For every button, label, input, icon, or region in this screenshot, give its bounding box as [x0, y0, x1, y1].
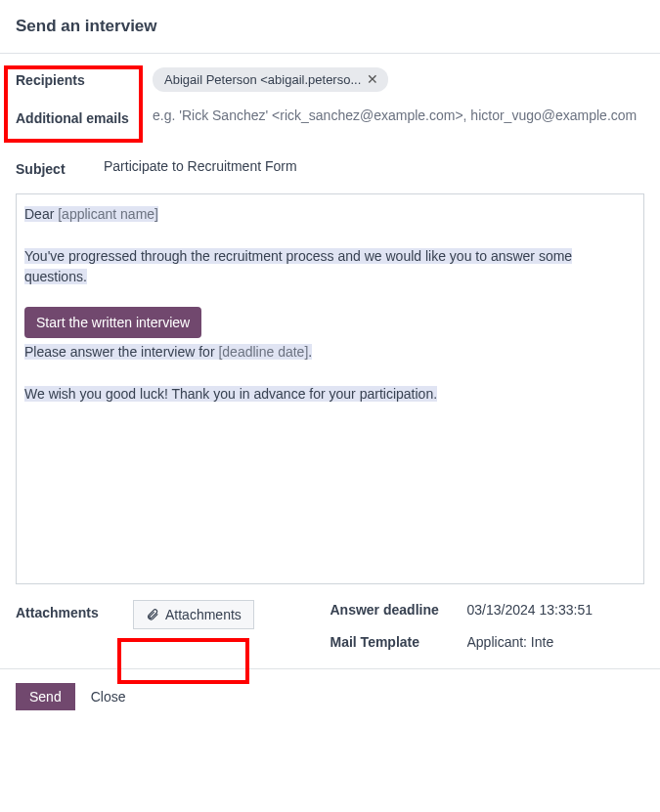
email-body-editor[interactable]: Dear [applicant name] You've progressed …	[16, 193, 644, 584]
mail-template-input[interactable]	[467, 634, 555, 650]
attachments-label: Attachments	[16, 600, 133, 653]
body-line4-variable: [deadline date]	[218, 344, 308, 360]
recipients-label: Recipients	[16, 67, 153, 91]
body-greeting-prefix: Dear	[24, 206, 58, 222]
answer-deadline-value[interactable]: 03/13/2024 13:33:51	[467, 600, 645, 620]
paperclip-icon	[146, 608, 159, 621]
start-interview-button[interactable]: Start the written interview	[24, 307, 201, 338]
remove-recipient-icon[interactable]: ✕	[367, 72, 378, 86]
subject-label: Subject	[16, 156, 104, 180]
body-line4-suffix: .	[308, 344, 312, 360]
send-button[interactable]: Send	[16, 683, 75, 710]
additional-emails-label: Additional emails	[16, 106, 153, 129]
attachments-button-label: Attachments	[165, 607, 242, 622]
dialog-title: Send an interview	[0, 0, 660, 53]
recipients-field[interactable]: Abigail Peterson <abigail.peterso... ✕	[153, 67, 644, 93]
mail-template-label: Mail Template	[330, 632, 467, 653]
body-line5: We wish you good luck! Thank you in adva…	[24, 386, 437, 402]
additional-emails-input[interactable]: e.g. 'Rick Sanchez' <rick_sanchez@exampl…	[153, 106, 644, 126]
close-button[interactable]: Close	[83, 683, 134, 710]
body-line2: You've progressed through the recruitmen…	[24, 248, 572, 284]
body-greeting-variable: [applicant name]	[58, 206, 158, 222]
subject-input[interactable]	[104, 156, 644, 176]
recipient-chip[interactable]: Abigail Peterson <abigail.peterso... ✕	[153, 67, 388, 93]
attachments-button[interactable]: Attachments	[133, 600, 254, 629]
body-line4-prefix: Please answer the interview for	[24, 344, 218, 360]
answer-deadline-label: Answer deadline	[330, 600, 467, 620]
recipient-chip-text: Abigail Peterson <abigail.peterso...	[164, 70, 361, 90]
